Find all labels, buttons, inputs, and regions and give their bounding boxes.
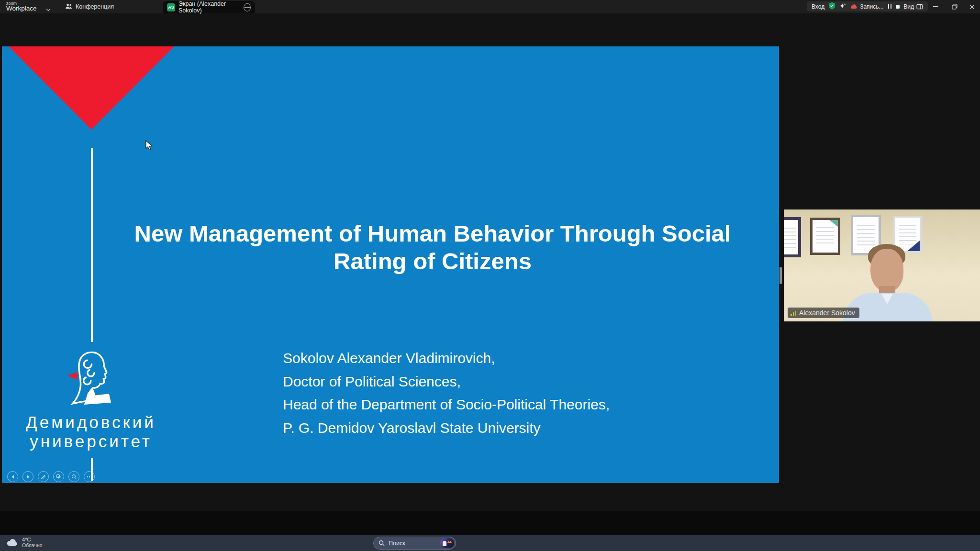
wall-certificate bbox=[784, 217, 801, 257]
search-box[interactable]: Поиск bbox=[373, 537, 456, 550]
windows-taskbar: 4°C Облачно Поиск 1 W 649 bbox=[0, 535, 980, 551]
people-icon bbox=[65, 3, 72, 11]
tab-conference-label: Конференция bbox=[76, 3, 114, 10]
workspace-menu-chevron-icon[interactable] bbox=[46, 5, 51, 13]
connection-signal-icon bbox=[791, 310, 796, 316]
slideshow-more-button[interactable] bbox=[84, 471, 95, 482]
weather-temp: 4°C bbox=[22, 537, 43, 542]
encryption-shield-icon[interactable] bbox=[828, 2, 835, 11]
slideshow-controls bbox=[7, 471, 95, 482]
university-name: Демидовский университет bbox=[16, 413, 166, 451]
zoom-meeting-toolbar: Звук Видео Участники 52 Чат Отреагироват… bbox=[0, 511, 980, 535]
view-layout-icon bbox=[916, 4, 923, 10]
tab-screen-label: Экран (Alexander Sokolov) bbox=[178, 0, 240, 14]
slideshow-zoom-button[interactable] bbox=[68, 471, 79, 482]
recording-pause-button[interactable] bbox=[888, 3, 892, 10]
ai-sparkle-icon[interactable] bbox=[839, 2, 846, 11]
remote-cursor bbox=[145, 140, 154, 151]
search-placeholder: Поиск bbox=[389, 540, 436, 547]
window-close-button[interactable] bbox=[965, 3, 979, 11]
window-maximize-button[interactable] bbox=[947, 3, 962, 11]
author-line: Doctor of Political Sciences, bbox=[283, 370, 610, 394]
slide-author-block: Sokolov Alexander Vladimirovich, Doctor … bbox=[283, 347, 610, 440]
taskbar-weather-widget[interactable]: 4°C Облачно bbox=[7, 537, 43, 548]
panel-resize-handle[interactable] bbox=[780, 267, 782, 284]
search-highlight-image[interactable] bbox=[440, 538, 454, 548]
view-button[interactable]: Вид bbox=[903, 3, 923, 10]
slideshow-prev-button[interactable] bbox=[7, 471, 18, 482]
tab-options-ellipsis-icon[interactable]: ••• bbox=[244, 3, 251, 11]
presentation-slide: New Management of Human Behavior Through… bbox=[2, 46, 779, 483]
cloud-icon bbox=[7, 538, 18, 547]
search-icon bbox=[379, 540, 385, 546]
tab-screen-share[interactable]: AS Экран (Alexander Sokolov) ••• bbox=[163, 1, 255, 13]
author-line: Head of the Department of Socio-Politica… bbox=[283, 393, 610, 417]
participant-video[interactable]: Alexander Sokolov bbox=[784, 209, 980, 321]
author-line: Sokolov Alexander Vladimirovich, bbox=[283, 347, 610, 370]
meeting-status-pill: Вход Запись... Вид bbox=[807, 1, 928, 11]
participant-name-tag: Alexander Sokolov bbox=[788, 308, 859, 318]
participant-avatar-badge: AS bbox=[167, 3, 175, 11]
tab-conference[interactable]: Конференция bbox=[65, 0, 114, 13]
slideshow-next-button[interactable] bbox=[22, 471, 33, 482]
slide-divider-line-top bbox=[91, 148, 93, 342]
zoom-window-titlebar: zoom Workplace Конференция AS Экран (Ale… bbox=[0, 0, 980, 13]
recording-cloud-icon bbox=[850, 4, 858, 9]
weather-condition: Облачно bbox=[22, 542, 43, 548]
recording-indicator: Запись... bbox=[850, 3, 883, 10]
slide-title: New Management of Human Behavior Through… bbox=[117, 220, 748, 275]
signin-button[interactable]: Вход bbox=[812, 3, 824, 10]
zoom-workplace-logo: zoom Workplace bbox=[6, 1, 37, 11]
slideshow-pen-button[interactable] bbox=[38, 471, 49, 482]
window-minimize-button[interactable] bbox=[928, 3, 943, 11]
demidov-university-logo-icon bbox=[63, 350, 121, 411]
slide-red-triangle bbox=[9, 46, 174, 130]
wall-certificate bbox=[810, 218, 840, 255]
slideshow-slides-button[interactable] bbox=[53, 471, 64, 482]
author-line: P. G. Demidov Yaroslavl State University bbox=[283, 417, 610, 440]
recording-stop-button[interactable] bbox=[896, 5, 900, 9]
